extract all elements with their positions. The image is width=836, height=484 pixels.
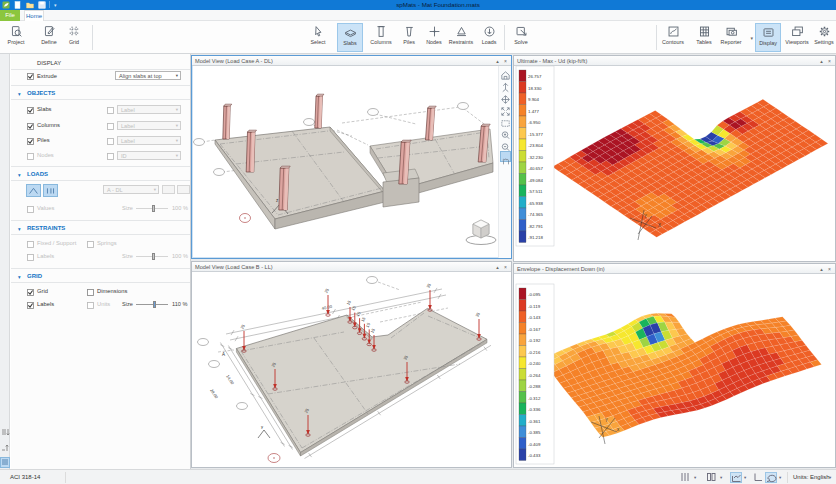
svg-text:35: 35 bbox=[425, 282, 432, 289]
svg-text:-0.385: -0.385 bbox=[528, 430, 541, 435]
svg-text:-0.312: -0.312 bbox=[528, 396, 541, 401]
svg-text:15: 15 bbox=[345, 299, 352, 306]
svg-text:9.904: 9.904 bbox=[528, 97, 540, 102]
svg-text:28.00: 28.00 bbox=[209, 388, 219, 400]
svg-text:-0.288: -0.288 bbox=[528, 384, 541, 389]
svg-text:-82.791: -82.791 bbox=[528, 224, 543, 229]
svg-text:-57.511: -57.511 bbox=[528, 189, 543, 194]
svg-text:-0.433: -0.433 bbox=[528, 453, 541, 458]
svg-text:15: 15 bbox=[355, 310, 362, 317]
svg-text:15: 15 bbox=[350, 305, 357, 312]
svg-text:-15.377: -15.377 bbox=[528, 132, 543, 137]
svg-text:A: A bbox=[222, 352, 225, 357]
svg-text:X: X bbox=[658, 223, 661, 228]
svg-text:-0.192: -0.192 bbox=[528, 338, 541, 343]
svg-text:-0.143: -0.143 bbox=[528, 315, 541, 320]
svg-text:15: 15 bbox=[360, 316, 367, 323]
svg-text:-0.095: -0.095 bbox=[528, 292, 541, 297]
svg-text:-40.657: -40.657 bbox=[528, 166, 543, 171]
svg-text:-23.804: -23.804 bbox=[528, 143, 543, 148]
svg-text:-0.336: -0.336 bbox=[528, 407, 541, 412]
svg-text:Y: Y bbox=[644, 214, 647, 219]
svg-text:25: 25 bbox=[323, 287, 330, 294]
svg-text:14.00: 14.00 bbox=[225, 374, 235, 386]
svg-text:-65.938: -65.938 bbox=[528, 201, 543, 206]
svg-text:-0.409: -0.409 bbox=[528, 442, 541, 447]
svg-text:18.330: 18.330 bbox=[528, 86, 542, 91]
svg-text:15: 15 bbox=[365, 321, 372, 328]
svg-text:15: 15 bbox=[369, 327, 376, 334]
svg-text:-0.216: -0.216 bbox=[528, 350, 541, 355]
svg-text:-0.119: -0.119 bbox=[528, 304, 541, 309]
svg-text:1.477: 1.477 bbox=[528, 109, 540, 114]
svg-text:-32.230: -32.230 bbox=[528, 155, 543, 160]
svg-text:-91.218: -91.218 bbox=[528, 235, 543, 240]
svg-text:26.757: 26.757 bbox=[528, 74, 542, 79]
svg-text:-0.167: -0.167 bbox=[528, 327, 541, 332]
svg-text:-6.950: -6.950 bbox=[528, 120, 541, 125]
svg-text:-0.361: -0.361 bbox=[528, 419, 541, 424]
svg-text:Y: Y bbox=[605, 418, 608, 423]
svg-text:-49.084: -49.084 bbox=[528, 178, 543, 183]
svg-text:40.00: 40.00 bbox=[321, 304, 333, 311]
svg-text:-74.365: -74.365 bbox=[528, 212, 543, 217]
svg-text:35: 35 bbox=[474, 311, 481, 318]
svg-text:-0.240: -0.240 bbox=[528, 361, 541, 366]
svg-text:25: 25 bbox=[239, 323, 246, 330]
svg-text:-0.264: -0.264 bbox=[528, 373, 541, 378]
svg-text:y: y bbox=[261, 424, 264, 429]
